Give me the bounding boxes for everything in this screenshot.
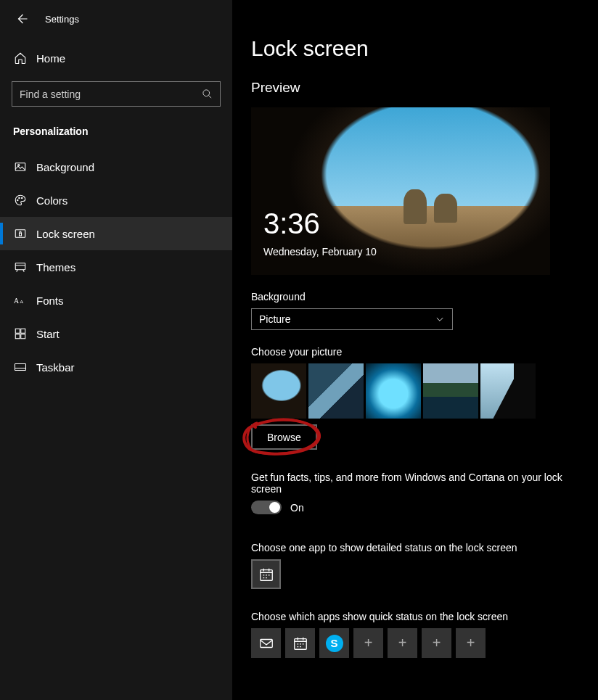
calendar-icon (292, 635, 308, 651)
nav-item-themes[interactable]: Themes (0, 250, 232, 284)
start-icon (13, 327, 28, 340)
preview-date: Wednesday, February 10 (263, 246, 377, 258)
app-title: Settings (45, 14, 79, 25)
content-pane: Lock screen Preview 3:36 Wednesday, Febr… (232, 0, 598, 700)
search-placeholder: Find a setting (20, 88, 81, 100)
picture-thumbnail[interactable] (308, 363, 364, 419)
picture-thumbnail[interactable] (366, 363, 421, 419)
fun-facts-toggle[interactable] (251, 501, 282, 514)
background-select[interactable]: Picture (251, 308, 453, 330)
picture-thumbnail[interactable] (251, 363, 306, 419)
nav-item-label: Fonts (36, 295, 64, 307)
nav-item-label: Lock screen (36, 228, 95, 240)
picture-thumbnail[interactable] (423, 363, 478, 419)
category-heading: Personalization (13, 125, 232, 137)
svg-text:A: A (20, 299, 23, 304)
nav-item-label: Themes (36, 261, 75, 273)
svg-rect-13 (15, 334, 20, 339)
fun-facts-label: Get fun facts, tips, and more from Windo… (251, 472, 569, 495)
back-button[interactable] (15, 12, 29, 26)
background-select-value: Picture (259, 313, 291, 325)
calendar-icon (258, 567, 274, 582)
title-bar: Settings (0, 4, 232, 33)
quick-status-tiles: S++++ (251, 628, 569, 658)
plus-icon: + (364, 635, 373, 651)
nav-item-fonts[interactable]: AAFonts (0, 284, 232, 317)
svg-rect-12 (21, 329, 25, 333)
svg-rect-11 (15, 329, 20, 333)
svg-rect-14 (21, 334, 25, 339)
nav-list: BackgroundColorsLock screenThemesAAFonts… (0, 150, 232, 384)
search-input[interactable]: Find a setting (12, 81, 221, 107)
preview-time: 3:36 (263, 207, 320, 240)
plus-icon: + (467, 635, 475, 651)
lockscreen-preview: 3:36 Wednesday, February 10 (251, 107, 550, 275)
nav-item-taskbar[interactable]: Taskbar (0, 350, 232, 384)
sidebar: Settings Home Find a setting Personaliza… (0, 0, 232, 700)
svg-rect-6 (15, 230, 25, 238)
nav-item-lock-screen[interactable]: Lock screen (0, 217, 232, 250)
svg-rect-17 (260, 639, 272, 647)
plus-icon: + (433, 635, 441, 651)
quick-status-slot-add[interactable]: + (388, 628, 417, 658)
quick-status-slot-add[interactable]: + (456, 628, 486, 658)
svg-rect-7 (20, 233, 22, 236)
preview-heading: Preview (251, 80, 569, 96)
home-button[interactable]: Home (0, 42, 232, 74)
svg-rect-1 (15, 163, 25, 171)
nav-item-label: Background (36, 161, 94, 173)
page-title: Lock screen (251, 36, 569, 61)
picture-thumbnail[interactable] (480, 363, 536, 419)
choose-picture-label: Choose your picture (251, 346, 569, 358)
nav-item-colors[interactable]: Colors (0, 184, 232, 217)
skype-icon: S (326, 635, 343, 652)
back-arrow-icon (15, 12, 28, 25)
quick-status-slot-add[interactable]: + (422, 628, 451, 658)
background-icon (13, 160, 28, 173)
picture-thumbnails (251, 363, 569, 419)
svg-point-2 (18, 165, 20, 166)
plus-icon: + (398, 635, 407, 651)
nav-item-label: Colors (36, 194, 67, 207)
lock-screen-icon (13, 227, 28, 240)
mail-icon (258, 635, 274, 651)
taskbar-icon (13, 361, 28, 374)
quick-status-slot-mail[interactable] (251, 628, 281, 658)
quick-status-slot-add[interactable]: + (353, 628, 383, 658)
svg-text:A: A (14, 297, 19, 305)
nav-item-label: Taskbar (36, 361, 75, 374)
nav-item-start[interactable]: Start (0, 317, 232, 350)
colors-icon (13, 194, 28, 207)
fonts-icon: AA (13, 295, 28, 305)
browse-label: Browse (267, 432, 301, 443)
detailed-status-app-button[interactable] (251, 559, 281, 589)
nav-item-label: Start (36, 328, 60, 340)
svg-point-3 (17, 199, 19, 201)
search-icon (202, 88, 213, 99)
fun-facts-state: On (290, 502, 304, 514)
svg-point-4 (19, 197, 20, 199)
nav-item-background[interactable]: Background (0, 150, 232, 184)
svg-rect-15 (15, 364, 26, 371)
svg-rect-8 (15, 263, 25, 270)
home-label: Home (36, 52, 65, 65)
svg-point-0 (203, 90, 210, 96)
detailed-status-label: Choose one app to show detailed status o… (251, 542, 569, 553)
svg-point-5 (22, 197, 23, 199)
quick-status-label: Choose which apps show quick status on t… (251, 611, 569, 622)
quick-status-slot-skype[interactable]: S (319, 628, 349, 658)
browse-button[interactable]: Browse (251, 424, 317, 450)
settings-window: Settings Home Find a setting Personaliza… (0, 0, 598, 700)
home-icon (13, 52, 28, 65)
chevron-down-icon (435, 314, 445, 324)
quick-status-slot-calendar[interactable] (285, 628, 315, 658)
background-label: Background (251, 291, 569, 302)
themes-icon (13, 260, 28, 273)
